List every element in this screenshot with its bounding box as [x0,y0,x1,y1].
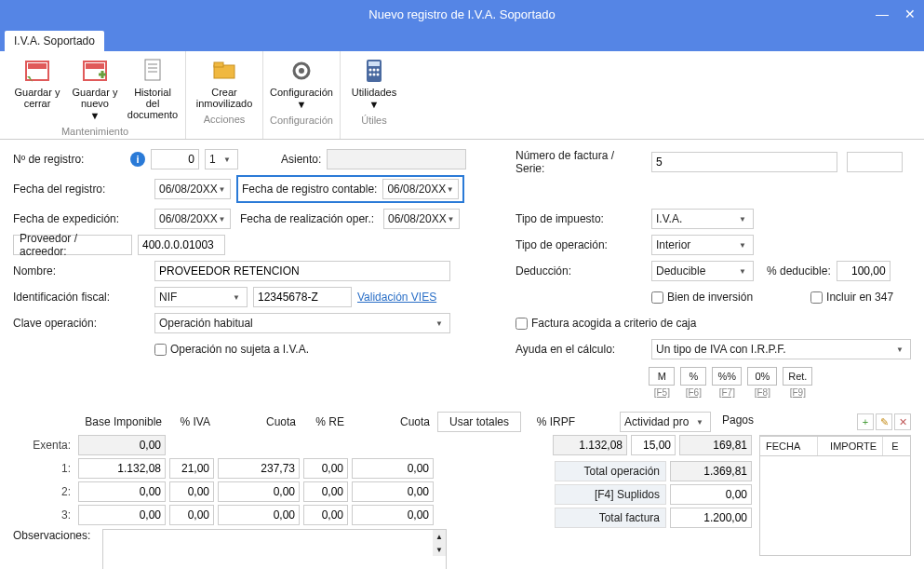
pagos-col-e: E [883,437,907,455]
nombre-input[interactable] [154,261,450,281]
suplidos-value[interactable] [670,484,752,505]
validacion-vies-link[interactable]: Validación VIES [357,291,436,304]
id-fiscal-tipo-combo[interactable]: NIF▼ [154,287,248,307]
asiento-input [327,149,466,169]
ayuda-calculo-label: Ayuda en el cálculo: [516,343,646,356]
save-new-button[interactable]: Guardar y nuevo ▼ [68,55,122,123]
row1-re[interactable] [303,458,348,479]
tipo-impuesto-combo[interactable]: I.V.A.▼ [651,209,754,229]
tipo-operacion-combo[interactable]: Interior▼ [651,235,754,255]
incluir-347-checkbox[interactable]: Incluir en 347 [810,291,893,304]
pagos-title: Pagos [722,413,754,427]
shortcut-pctpct-button[interactable]: %% [712,367,742,386]
pct-deducible-label: % deducible: [767,264,831,278]
serie-input[interactable] [847,152,903,172]
total-factura-value[interactable] [670,508,752,528]
folder-icon [210,57,238,85]
window-title: Nuevo registro de I.V.A. Soportado [368,7,555,21]
ribbon-group-configuracion: Configuración ▼ Configuración [263,51,341,139]
observaciones-textarea[interactable]: ▲ ▼ [102,529,447,569]
ayuda-calculo-combo[interactable]: Un tipo de IVA con I.R.P.F.▼ [651,339,911,359]
row2-base[interactable] [78,481,166,502]
tab-iva-soportado[interactable]: I.V.A. Soportado [5,31,104,51]
irpf-pct[interactable] [631,435,676,455]
chevron-down-icon: ▼ [693,418,706,427]
bien-inversion-checkbox[interactable]: Bien de inversión [651,291,753,304]
row1-cuota2[interactable] [352,458,434,479]
row2-cuota2[interactable] [352,481,434,502]
row3-cuota2[interactable] [352,505,434,525]
chevron-down-icon: ▼ [297,99,307,110]
actividad-combo[interactable]: Actividad pro▼ [620,412,711,432]
chevron-down-icon: ▼ [369,99,380,110]
fecha-reg-contable-combo[interactable]: 06/08/20XX▼ [382,179,459,199]
nombre-label: Nombre: [13,264,125,278]
pagos-col-importe: IMPORTE [818,437,883,455]
calculator-icon [360,57,388,85]
fecha-registro-label: Fecha del registro: [13,183,125,196]
deduccion-label: Deducción: [516,264,646,278]
ribbon: Guardar y cerrar Guardar y nuevo ▼ Histo… [0,51,924,140]
row2-re[interactable] [303,481,348,502]
shortcut-m-button[interactable]: M [649,367,675,386]
chevron-down-icon: ▼ [90,110,100,121]
scroll-down-icon[interactable]: ▼ [433,543,446,556]
shortcut-pct-button[interactable]: % [680,367,706,386]
fecha-registro-combo[interactable]: 06/08/20XX▼ [154,179,231,199]
fecha-expedicion-combo[interactable]: 06/08/20XX▼ [154,209,231,229]
num-factura-input[interactable] [651,152,837,172]
row2-cuota[interactable] [218,481,300,502]
row3-re[interactable] [303,505,348,525]
shortcut-0pct-button[interactable]: 0% [747,367,777,386]
create-asset-button[interactable]: Crear inmovilizado [192,55,257,111]
clave-op-combo[interactable]: Operación habitual▼ [154,313,450,333]
config-button[interactable]: Configuración ▼ [269,55,334,112]
f6-hint: [F6] [680,387,706,398]
ribbon-group-mantenimiento: Guardar y cerrar Guardar y nuevo ▼ Histo… [5,51,186,139]
proveedor-input[interactable] [138,235,225,255]
scroll-up-icon[interactable]: ▲ [433,530,446,543]
row2-iva[interactable] [169,481,214,502]
id-fiscal-num-input[interactable] [253,287,352,307]
close-button[interactable]: ✕ [896,0,924,28]
n-registro-seq-combo[interactable]: 1▼ [205,149,238,169]
delete-doc-icon[interactable]: ✕ [894,413,911,430]
total-factura-label: Total factura [555,508,666,528]
chevron-down-icon: ▼ [736,215,749,224]
observaciones-label: Observaciones: [13,529,97,542]
edit-doc-icon[interactable]: ✎ [876,413,892,430]
factura-caja-checkbox[interactable]: Factura acogida a criterio de caja [516,317,696,330]
shortcut-ret-button[interactable]: Ret. [783,367,812,386]
minimize-button[interactable]: — [868,0,896,28]
usar-totales-button[interactable]: Usar totales [437,412,521,432]
document-history-button[interactable]: Historial del documento [126,55,180,123]
clave-op-label: Clave operación: [13,317,125,330]
svg-rect-13 [368,61,380,66]
save-close-icon [23,57,51,85]
row1-base[interactable] [78,458,166,479]
info-icon[interactable]: i [130,152,145,167]
svg-rect-1 [28,63,47,69]
hdr-cuota2: Cuota [352,415,434,428]
utilities-button[interactable]: Utilidades ▼ [346,55,402,112]
proveedor-button[interactable]: Proveedor / acreedor: [13,235,132,255]
fecha-realizacion-combo[interactable]: 06/08/20XX▼ [383,209,460,229]
save-close-button[interactable]: Guardar y cerrar [10,55,64,123]
row3-label: 3: [13,508,74,522]
op-no-sujeta-checkbox[interactable]: Operación no sujeta a I.V.A. [154,343,309,356]
chevron-down-icon: ▼ [447,215,455,224]
row1-cuota[interactable] [218,458,300,479]
chevron-down-icon: ▼ [218,215,226,224]
hdr-irpf: % IRPF [525,415,579,428]
row1-iva[interactable] [169,458,214,479]
row3-iva[interactable] [169,505,214,525]
irpf-base [553,435,627,455]
asiento-label: Asiento: [281,153,321,166]
pct-deducible-input[interactable] [837,261,891,281]
row3-base[interactable] [78,505,166,525]
new-doc-icon[interactable]: + [857,413,874,430]
ribbon-group-acciones: Crear inmovilizado Acciones [186,51,263,139]
n-registro-input[interactable] [151,149,199,169]
deduccion-combo[interactable]: Deducible▼ [651,261,754,281]
row3-cuota[interactable] [218,505,300,525]
